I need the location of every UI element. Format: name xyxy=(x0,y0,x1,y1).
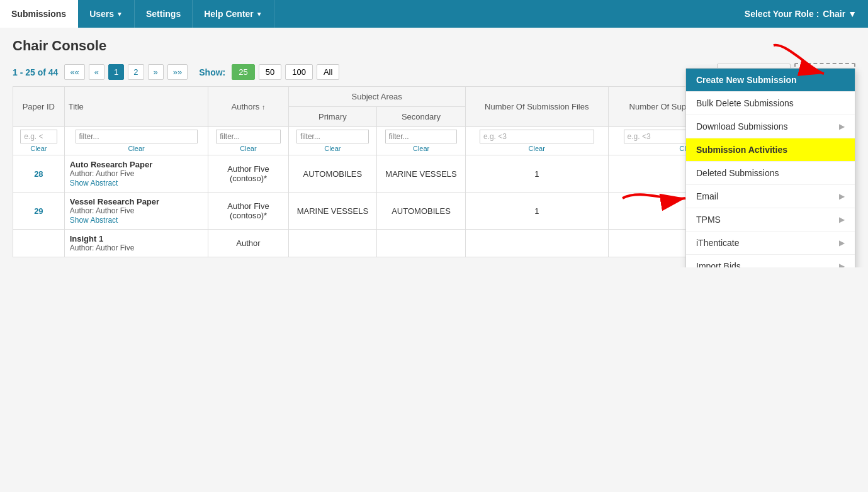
authors-cell: Author Five (contoso)* xyxy=(208,155,288,193)
navbar: Submissions Users ▼ Settings Help Center… xyxy=(0,0,868,28)
nav-submissions[interactable]: Submissions xyxy=(0,0,78,28)
dropdown-submission-activities[interactable]: Submission Activities xyxy=(686,138,855,162)
sort-arrow-icon: ↑ xyxy=(262,103,266,111)
show-all-button[interactable]: All xyxy=(317,64,339,80)
dropdown-download-submissions[interactable]: Download Submissions ▶ xyxy=(686,115,855,138)
col-primary: Primary xyxy=(288,107,377,127)
chevron-right-icon: ▶ xyxy=(839,192,845,201)
show-abstract-link[interactable]: Show Abstract xyxy=(70,179,118,187)
secondary-cell: MARINE VESSELS xyxy=(377,155,466,193)
filter-title: Clear xyxy=(64,127,208,155)
paper-id-cell: 28 xyxy=(13,155,65,193)
show-25-button[interactable]: 25 xyxy=(232,64,254,80)
paper-id-filter-input[interactable] xyxy=(20,130,57,143)
clear-title-link[interactable]: Clear xyxy=(69,145,205,152)
dropdown-import-bids[interactable]: Import Bids ▶ xyxy=(686,255,855,267)
col-secondary: Secondary xyxy=(377,107,466,127)
paper-author-line: Author: Author Five xyxy=(70,206,203,215)
num-sub-cell xyxy=(465,230,608,257)
chevron-down-icon: ▼ xyxy=(848,9,857,19)
paper-title: Auto Research Paper xyxy=(70,160,203,169)
chevron-right-icon: ▶ xyxy=(839,122,845,131)
pagination-next[interactable]: » xyxy=(148,64,164,80)
paper-author-line: Author: Author Five xyxy=(70,243,203,252)
actions-dropdown-menu: Create New Submission Bulk Delete Submis… xyxy=(685,68,855,267)
clear-paper-id-link[interactable]: Clear xyxy=(17,145,60,152)
authors-filter-input[interactable] xyxy=(216,130,281,143)
nav-users[interactable]: Users ▼ xyxy=(78,0,135,28)
pagination-page-2[interactable]: 2 xyxy=(128,64,144,80)
dropdown-tpms[interactable]: TPMS ▶ xyxy=(686,208,855,232)
clear-authors-link[interactable]: Clear xyxy=(212,145,284,152)
col-num-submission-files: Number Of Submission Files xyxy=(465,87,608,127)
dropdown-deleted-submissions[interactable]: Deleted Submissions xyxy=(686,162,855,185)
title-cell: Auto Research Paper Author: Author Five … xyxy=(64,155,208,193)
nav-help[interactable]: Help Center ▼ xyxy=(193,0,274,28)
chevron-down-icon: ▼ xyxy=(256,11,262,18)
role-label: Chair xyxy=(823,9,845,19)
chevron-right-icon: ▶ xyxy=(839,215,845,224)
dropdown-bulk-delete-submissions[interactable]: Bulk Delete Submissions xyxy=(686,92,855,115)
col-authors: Authors ↑ xyxy=(208,87,288,127)
clear-primary-link[interactable]: Clear xyxy=(293,145,373,152)
paper-title: Insight 1 xyxy=(70,234,203,243)
dropdown-create-new-submission[interactable]: Create New Submission xyxy=(686,69,855,92)
filter-num-sub: Clear xyxy=(465,127,608,155)
secondary-cell: AUTOMOBILES xyxy=(377,193,466,230)
col-paper-id: Paper ID xyxy=(13,87,65,127)
chevron-right-icon: ▶ xyxy=(839,238,845,247)
show-abstract-link[interactable]: Show Abstract xyxy=(70,216,118,225)
num-sub-filter-input[interactable] xyxy=(480,130,594,143)
clear-num-sub-link[interactable]: Clear xyxy=(470,145,604,152)
num-sub-cell: 1 xyxy=(465,193,608,230)
paper-id-cell: 29 xyxy=(13,193,65,230)
filter-primary: Clear xyxy=(288,127,377,155)
filter-secondary: Clear xyxy=(377,127,466,155)
primary-cell: MARINE VESSELS xyxy=(288,193,377,230)
num-sub-cell: 1 xyxy=(465,155,608,193)
chevron-down-icon: ▼ xyxy=(116,11,123,18)
paper-title: Vessel Research Paper xyxy=(70,197,203,206)
authors-cell: Author xyxy=(208,230,288,257)
pagination-last[interactable]: »» xyxy=(167,64,188,80)
show-100-button[interactable]: 100 xyxy=(285,64,313,80)
primary-filter-input[interactable] xyxy=(296,130,369,143)
dropdown-ithenticate[interactable]: iThenticate ▶ xyxy=(686,232,855,255)
clear-secondary-link[interactable]: Clear xyxy=(381,145,461,152)
primary-cell: AUTOMOBILES xyxy=(288,155,377,193)
nav-settings[interactable]: Settings xyxy=(135,0,193,28)
filter-authors: Clear xyxy=(208,127,288,155)
chevron-right-icon: ▶ xyxy=(839,262,845,267)
title-filter-input[interactable] xyxy=(76,130,198,143)
authors-cell: Author Five (contoso)* xyxy=(208,193,288,230)
paper-id-cell xyxy=(13,230,65,257)
paper-author-line: Author: Author Five xyxy=(70,169,203,178)
pagination-prev[interactable]: « xyxy=(89,64,104,80)
primary-cell xyxy=(288,230,377,257)
nav-role: Select Your Role : Chair ▼ xyxy=(731,0,868,28)
title-cell: Vessel Research Paper Author: Author Fiv… xyxy=(64,193,208,230)
secondary-cell xyxy=(377,230,466,257)
secondary-filter-input[interactable] xyxy=(385,130,458,143)
show-label: Show: xyxy=(199,67,225,77)
pagination-info: 1 - 25 of 44 xyxy=(13,67,58,77)
pagination-page-1[interactable]: 1 xyxy=(108,64,124,80)
col-subject-areas: Subject Areas xyxy=(288,87,465,107)
filter-paper-id: Clear xyxy=(13,127,65,155)
show-50-button[interactable]: 50 xyxy=(259,64,281,80)
page-title: Chair Console xyxy=(13,38,855,54)
dropdown-email[interactable]: Email ▶ xyxy=(686,185,855,208)
pagination-first[interactable]: «« xyxy=(64,64,84,80)
col-title: Title xyxy=(64,87,208,127)
title-cell: Insight 1 Author: Author Five xyxy=(64,230,208,257)
